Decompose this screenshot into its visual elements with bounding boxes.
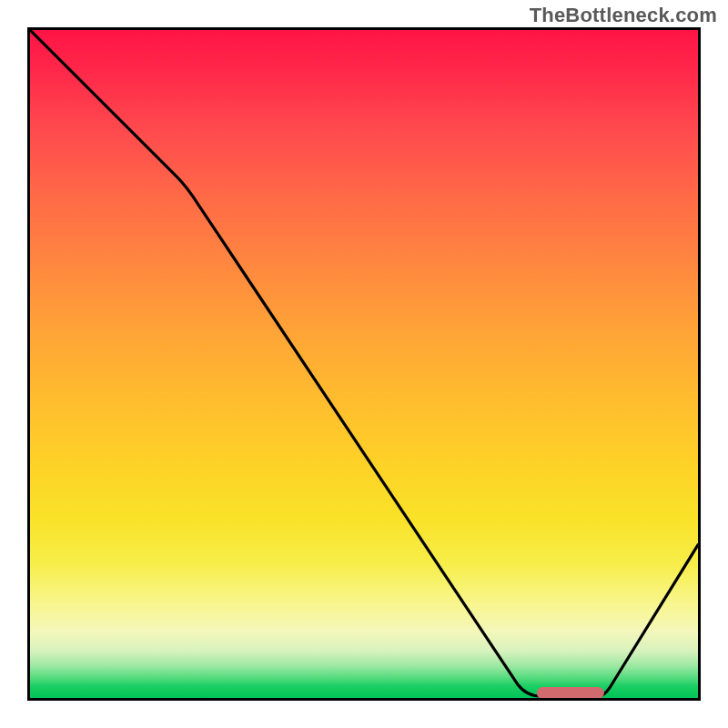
watermark-text: TheBottleneck.com <box>530 4 717 27</box>
bottleneck-curve <box>30 30 698 696</box>
plot-area <box>27 27 701 701</box>
optimal-zone-marker <box>537 687 604 698</box>
chart-container: TheBottleneck.com <box>0 0 728 728</box>
curve-overlay <box>30 30 698 698</box>
